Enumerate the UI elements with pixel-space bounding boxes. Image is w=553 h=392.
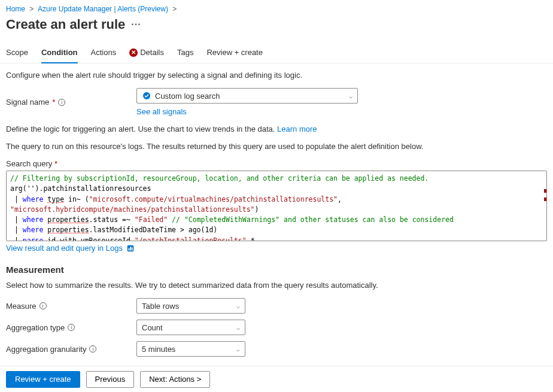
- aggregation-type-select[interactable]: Count ⌵: [136, 320, 245, 335]
- tab-tags[interactable]: Tags: [177, 43, 193, 63]
- info-icon[interactable]: i: [58, 99, 65, 106]
- condition-intro: Configure when the alert rule should tri…: [6, 71, 547, 80]
- aggregation-type-label: Aggregation type i: [6, 323, 136, 332]
- page-title-row: Create an alert rule ···: [0, 16, 553, 43]
- chevron-right-icon: >: [29, 5, 34, 13]
- breadcrumb-home[interactable]: Home: [6, 5, 25, 13]
- code-line: | where properties.status =~ "Failed" //…: [10, 215, 543, 225]
- search-query-editor[interactable]: // Filtering by subscriptionId, resource…: [6, 171, 547, 241]
- next-button[interactable]: Next: Actions >: [140, 371, 210, 388]
- tab-condition[interactable]: Condition: [41, 43, 78, 63]
- breadcrumb: Home > Azure Update Manager | Alerts (Pr…: [0, 0, 553, 16]
- chevron-down-icon: ⌵: [349, 93, 353, 99]
- page-title: Create an alert rule: [6, 17, 125, 32]
- svg-rect-2: [128, 248, 129, 251]
- measurement-desc: Select how to summarize the results. We …: [6, 281, 547, 290]
- query-description: The query to run on this resource's logs…: [6, 142, 547, 151]
- signal-name-label: Signal name * i: [6, 98, 136, 107]
- previous-button[interactable]: Previous: [86, 371, 135, 388]
- logic-intro: Define the logic for triggering an alert…: [6, 124, 547, 133]
- code-line: // Filtering by subscriptionId, resource…: [10, 174, 543, 184]
- tab-scope[interactable]: Scope: [6, 43, 28, 63]
- see-all-signals-link[interactable]: See all signals: [136, 107, 187, 116]
- measurement-header: Measurement: [6, 265, 547, 275]
- error-marker: [544, 197, 546, 201]
- measure-label: Measure i: [6, 302, 136, 311]
- required-indicator: *: [54, 159, 57, 168]
- search-query-label: Search query *: [6, 159, 547, 168]
- breadcrumb-parent[interactable]: Azure Update Manager | Alerts (Preview): [38, 5, 168, 13]
- chevron-down-icon: ⌵: [236, 324, 240, 331]
- aggregation-granularity-select[interactable]: 5 minutes ⌵: [136, 341, 245, 357]
- signal-name-select[interactable]: Custom log search ⌵: [136, 88, 358, 104]
- chevron-right-icon: >: [172, 5, 177, 13]
- measure-select[interactable]: Table rows ⌵: [136, 298, 245, 314]
- code-line: | parse id with vmResourceId "/patchInst…: [10, 236, 543, 242]
- error-marker: [544, 189, 546, 193]
- log-analytics-icon: [126, 244, 135, 253]
- required-indicator: *: [52, 98, 55, 107]
- chevron-down-icon: ⌵: [236, 303, 240, 309]
- svg-rect-3: [130, 247, 131, 250]
- error-icon: ✕: [129, 48, 138, 57]
- chevron-down-icon: ⌵: [236, 346, 240, 353]
- tab-strip: Scope Condition Actions ✕ Details Tags R…: [0, 43, 553, 63]
- code-line: | where properties.lastModifiedDateTime …: [10, 225, 543, 235]
- aggregation-granularity-label: Aggregation granularity i: [6, 345, 136, 354]
- review-create-button[interactable]: Review + create: [6, 371, 80, 388]
- learn-more-link[interactable]: Learn more: [277, 124, 317, 133]
- tab-review-create[interactable]: Review + create: [206, 43, 263, 63]
- info-icon[interactable]: i: [40, 302, 47, 309]
- content-area: Configure when the alert rule should tri…: [0, 63, 553, 369]
- code-line: | where type in~ ("microsoft.compute/vir…: [10, 195, 543, 215]
- view-in-logs-link[interactable]: View result and edit query in Logs: [6, 244, 123, 253]
- tab-actions[interactable]: Actions: [91, 43, 117, 63]
- wizard-footer: Review + create Previous Next: Actions >: [0, 366, 553, 392]
- tab-details[interactable]: ✕ Details: [129, 43, 164, 63]
- more-actions-button[interactable]: ···: [131, 19, 141, 30]
- info-icon[interactable]: i: [68, 324, 75, 331]
- svg-rect-4: [132, 247, 133, 250]
- code-line: arg('').patchinstallationresources: [10, 184, 543, 194]
- info-icon[interactable]: i: [89, 345, 96, 353]
- log-analytics-icon: [142, 91, 151, 101]
